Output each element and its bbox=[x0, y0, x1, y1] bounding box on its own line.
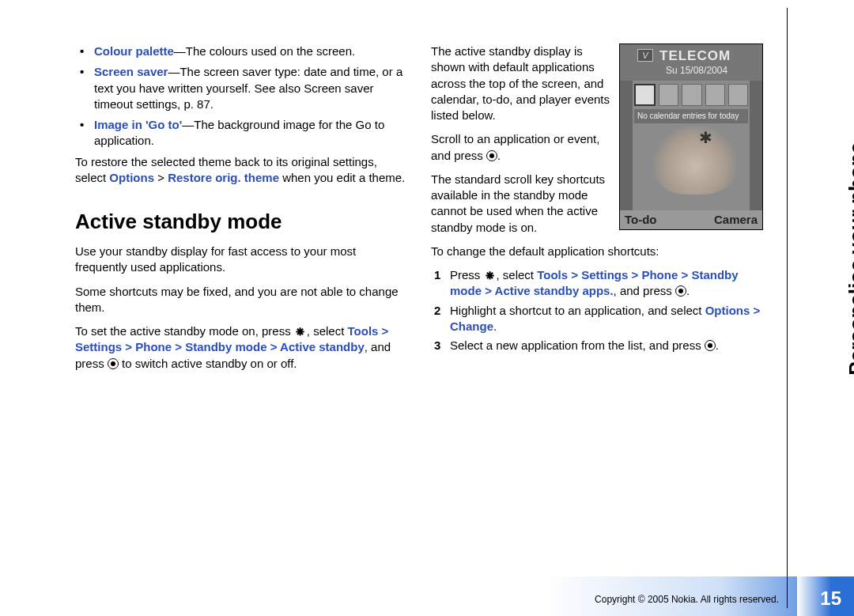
scroll-key-icon bbox=[108, 358, 119, 369]
term: Image in 'Go to' bbox=[94, 118, 182, 131]
shot-app-row bbox=[634, 84, 748, 106]
shot-wallpaper-hand bbox=[652, 123, 739, 195]
phone-screenshot: V TELECOM Su 15/08/2004 No calendar entr… bbox=[619, 43, 763, 230]
term: Screen saver bbox=[94, 65, 168, 78]
copyright-text: Copyright © 2005 Nokia. All rights reser… bbox=[595, 594, 779, 605]
manual-page: Colour palette—The colours used on the s… bbox=[0, 0, 854, 616]
bullet-list: Colour palette—The colours used on the s… bbox=[75, 43, 407, 149]
column-left: Colour palette—The colours used on the s… bbox=[75, 43, 407, 380]
term: Colour palette bbox=[94, 44, 174, 58]
restore-paragraph: To restore the selected theme back to it… bbox=[75, 154, 407, 187]
body-text: Use your standby display for fast access… bbox=[75, 244, 407, 276]
section-side-title: Personalise your phone bbox=[845, 142, 854, 376]
menu-key-icon bbox=[484, 269, 497, 280]
list-item: Select a new application from the list, … bbox=[431, 338, 763, 353]
body-text: Some shortcuts may be fixed, and you are… bbox=[75, 284, 407, 316]
page-number-box: 15 bbox=[797, 576, 854, 616]
list-item: Highlight a shortcut to an application, … bbox=[431, 303, 763, 335]
scroll-key-icon bbox=[705, 340, 716, 351]
content-columns: Colour palette—The colours used on the s… bbox=[75, 43, 763, 380]
body-text: To change the default application shortc… bbox=[431, 244, 763, 259]
shot-app-icon bbox=[682, 84, 701, 106]
shot-header: V TELECOM Su 15/08/2004 bbox=[620, 44, 762, 81]
shot-mode-icon: V bbox=[637, 49, 653, 62]
column-right: V TELECOM Su 15/08/2004 No calendar entr… bbox=[431, 43, 763, 380]
vertical-divider bbox=[787, 8, 788, 608]
shot-softkey-right: Camera bbox=[714, 212, 758, 228]
scroll-key-icon bbox=[675, 285, 686, 297]
set-standby-paragraph: To set the active standby mode on, press… bbox=[75, 323, 407, 372]
shot-date: Su 15/08/2004 bbox=[666, 64, 727, 77]
term-desc: —The colours used on the screen. bbox=[174, 44, 355, 58]
list-item: Press , select Tools > Settings > Phone … bbox=[431, 267, 763, 300]
menu-key-icon bbox=[294, 325, 307, 336]
shot-calendar-text: No calendar entries for today bbox=[634, 109, 748, 123]
shot-app-icon bbox=[634, 84, 656, 106]
page-number: 15 bbox=[820, 588, 841, 610]
section-heading: Active standby mode bbox=[75, 208, 407, 236]
shot-operator: TELECOM bbox=[659, 47, 731, 66]
shot-app-icon bbox=[705, 84, 725, 106]
shot-app-icon bbox=[728, 84, 748, 106]
steps-list: Press , select Tools > Settings > Phone … bbox=[431, 267, 763, 353]
shot-butterfly-icon: ✱ bbox=[699, 127, 712, 149]
scroll-key-icon bbox=[486, 150, 497, 161]
shot-app-icon bbox=[659, 84, 678, 106]
shot-softkeys: To-do Camera bbox=[620, 210, 762, 229]
list-item: Colour palette—The colours used on the s… bbox=[75, 43, 407, 59]
list-item: Image in 'Go to'—The background image fo… bbox=[75, 117, 407, 149]
shot-softkey-left: To-do bbox=[625, 212, 657, 228]
list-item: Screen saver—The screen saver type: date… bbox=[75, 64, 407, 112]
